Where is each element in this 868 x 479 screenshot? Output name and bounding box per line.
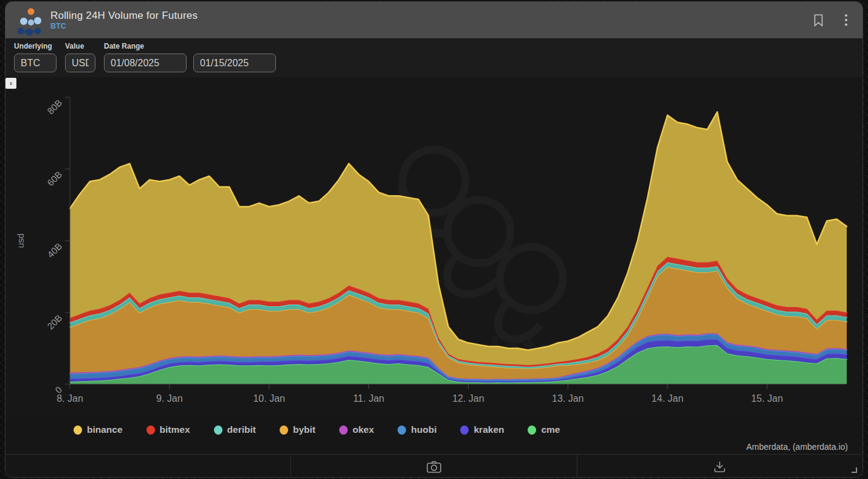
screenshot-button[interactable]: [291, 455, 576, 478]
date-range-control: Date Range: [104, 42, 276, 72]
legend-item-binance[interactable]: binance: [74, 424, 123, 435]
svg-text:15. Jan: 15. Jan: [751, 393, 783, 404]
sidebar-expander-button[interactable]: ›: [5, 78, 16, 89]
legend-item-kraken[interactable]: kraken: [460, 424, 504, 435]
chart-plot-area[interactable]: amberdata020B40B60B80B8. Jan9. Jan10. Ja…: [5, 77, 863, 418]
svg-text:60B: 60B: [45, 169, 64, 188]
legend-item-okex[interactable]: okex: [339, 424, 374, 435]
legend-item-deribit[interactable]: deribit: [214, 424, 256, 435]
legend-label: kraken: [474, 424, 504, 435]
date-range-label: Date Range: [104, 42, 276, 50]
underlying-control: Underlying: [14, 42, 57, 72]
underlying-input[interactable]: [14, 53, 57, 72]
svg-text:12. Jan: 12. Jan: [452, 393, 484, 404]
legend-label: binance: [87, 424, 123, 435]
asset-subtitle-link[interactable]: BTC: [50, 22, 198, 32]
chevron-right-icon: ›: [10, 78, 12, 88]
widget-header: Rolling 24H Volume for Futures BTC: [5, 2, 863, 38]
legend-label: bitmex: [160, 424, 190, 435]
legend-marker-okex: [339, 426, 348, 435]
legend-marker-binance: [74, 426, 82, 435]
page-title: Rolling 24H Volume for Futures: [50, 9, 198, 22]
camera-icon: [426, 460, 442, 474]
svg-text:14. Jan: 14. Jan: [652, 393, 683, 404]
legend-label: deribit: [227, 424, 256, 435]
value-label: Value: [65, 42, 95, 50]
svg-text:13. Jan: 13. Jan: [552, 393, 584, 404]
svg-text:usd: usd: [15, 233, 26, 248]
value-control: Value: [65, 42, 95, 72]
svg-text:20B: 20B: [45, 312, 64, 331]
legend-marker-bitmex: [146, 426, 155, 435]
chart-widget: Rolling 24H Volume for Futures BTC Under…: [5, 1, 863, 478]
legend-marker-kraken: [460, 426, 469, 435]
svg-text:40B: 40B: [45, 241, 64, 260]
svg-text:8. Jan: 8. Jan: [57, 393, 83, 404]
svg-text:11. Jan: 11. Jan: [353, 393, 384, 404]
svg-text:9. Jan: 9. Jan: [156, 393, 183, 404]
more-options-button[interactable]: [842, 11, 850, 29]
legend-item-huobi[interactable]: huobi: [398, 424, 436, 435]
legend-label: cme: [541, 424, 560, 435]
svg-text:10. Jan: 10. Jan: [253, 393, 284, 404]
legend-item-bitmex[interactable]: bitmex: [146, 424, 190, 435]
download-button[interactable]: [577, 455, 863, 478]
legend-item-cme[interactable]: cme: [528, 424, 560, 435]
legend-label: bybit: [293, 424, 315, 435]
toolbar-footer: [5, 454, 863, 478]
legend-item-bybit[interactable]: bybit: [280, 424, 315, 435]
bookmark-icon: [813, 14, 824, 27]
value-input[interactable]: [65, 53, 95, 72]
bookmark-button[interactable]: [811, 12, 826, 29]
legend-label: huobi: [411, 424, 436, 435]
chart-legend: binancebitmexderibitbybitokexhuobikraken…: [5, 418, 863, 442]
resize-handle[interactable]: [852, 467, 857, 473]
kebab-menu-icon: [844, 13, 848, 27]
query-controls: Underlying Value Date Range: [5, 38, 863, 77]
legend-marker-bybit: [280, 426, 288, 435]
svg-text:80B: 80B: [45, 97, 64, 116]
amberdata-logo-icon: [18, 6, 43, 36]
download-icon: [713, 461, 726, 473]
date-end-input[interactable]: [193, 53, 276, 72]
legend-marker-cme: [528, 426, 536, 435]
attribution-text: Amberdata, (amberdata.io): [5, 442, 863, 454]
legend-marker-huobi: [398, 426, 406, 435]
footer-cell-empty[interactable]: [5, 455, 291, 478]
legend-marker-deribit: [214, 426, 222, 435]
date-start-input[interactable]: [104, 53, 187, 72]
chart-svg[interactable]: amberdata020B40B60B80B8. Jan9. Jan10. Ja…: [5, 77, 863, 418]
legend-label: okex: [353, 424, 374, 435]
underlying-label: Underlying: [14, 42, 57, 50]
